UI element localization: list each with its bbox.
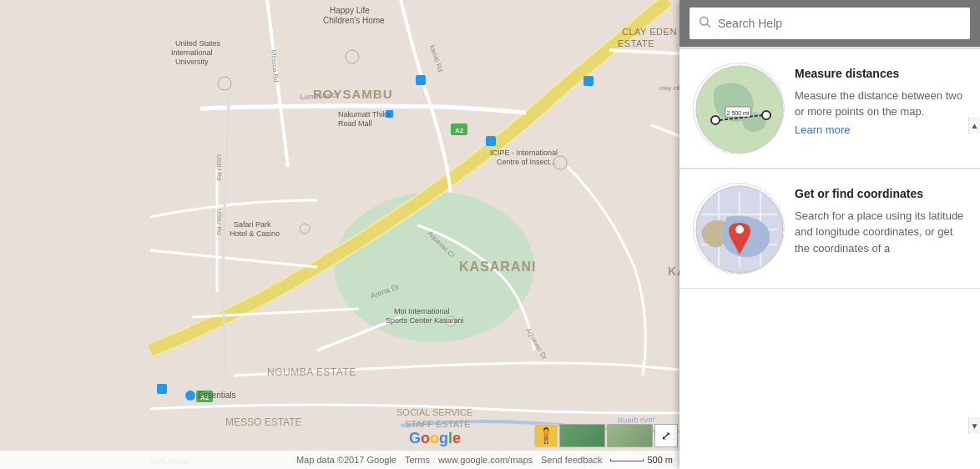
measure-distances-desc: Measure the distance between two or more… <box>795 88 967 120</box>
svg-point-27 <box>218 77 231 90</box>
help-content[interactable]: 2 500 mi Measure distances Measure the d… <box>679 49 980 469</box>
svg-rect-10 <box>157 384 167 394</box>
scroll-up-arrow[interactable]: ▲ <box>968 117 980 134</box>
svg-point-55 <box>700 18 708 25</box>
search-input[interactable] <box>718 17 962 30</box>
svg-text:Centre of Insect...: Centre of Insect... <box>497 158 556 166</box>
svg-text:ESTATE: ESTATE <box>618 38 654 48</box>
svg-text:Hotel & Casino: Hotel & Casino <box>230 229 280 238</box>
svg-text:Safari Park: Safari Park <box>234 220 271 229</box>
expand-map-button[interactable]: ⤢ <box>654 424 678 447</box>
terms-link[interactable]: Terms <box>405 455 430 465</box>
svg-text:United States: United States <box>175 39 221 48</box>
svg-rect-6 <box>416 75 426 85</box>
svg-point-34 <box>300 224 310 234</box>
search-icon <box>698 15 711 32</box>
svg-point-63 <box>762 111 770 119</box>
svg-point-72 <box>735 225 744 234</box>
svg-text:MESSO ESTATE: MESSO ESTATE <box>225 416 302 428</box>
svg-text:Happy Life: Happy Life <box>330 6 370 15</box>
svg-text:ICIPE - International: ICIPE - International <box>490 149 558 157</box>
terrain-view-button[interactable] <box>607 424 653 447</box>
svg-line-56 <box>707 24 710 28</box>
measure-distances-image: 2 500 mi <box>693 63 785 154</box>
svg-rect-7 <box>486 136 496 146</box>
measure-distances-text: Measure distances Measure the distance b… <box>795 63 967 136</box>
map-data-label: Map data ©2017 Google <box>296 455 397 465</box>
svg-point-21 <box>346 50 359 63</box>
svg-text:International: International <box>171 48 213 57</box>
pegman-icon[interactable]: 🧍 <box>534 424 558 447</box>
coordinates-title: Get or find coordinates <box>795 186 967 203</box>
svg-text:2 500 mi: 2 500 mi <box>727 110 750 116</box>
svg-text:STAFF ESTATE: STAFF ESTATE <box>405 419 470 429</box>
svg-text:Children's Home: Children's Home <box>323 16 385 25</box>
svg-text:A2: A2 <box>455 127 464 134</box>
svg-text:NGUMBA ESTATE: NGUMBA ESTATE <box>267 366 356 378</box>
search-container[interactable] <box>690 8 970 39</box>
svg-text:CLAY EDEN: CLAY EDEN <box>622 27 677 37</box>
svg-text:SOCIAL SERVICE: SOCIAL SERVICE <box>397 407 472 417</box>
svg-text:Road Mall: Road Mall <box>338 119 372 128</box>
svg-text:Nakumatt Thika: Nakumatt Thika <box>338 110 391 119</box>
satellite-view-button[interactable] <box>559 424 605 447</box>
help-item-coordinates: Get or find coordinates Search for a pla… <box>679 169 980 289</box>
svg-text:USIU Rd: USIU Rd <box>215 154 223 181</box>
website-link[interactable]: www.google.com/maps <box>438 455 533 465</box>
svg-text:University: University <box>175 58 209 66</box>
measure-distances-title: Measure distances <box>795 66 967 83</box>
svg-rect-40 <box>185 391 195 401</box>
scale-label: 500 m <box>647 455 673 465</box>
bottom-bar: Map data ©2017 Google Terms www.google.c… <box>0 451 679 469</box>
map-bottom-icons: 🧍 ⤢ <box>534 424 678 447</box>
google-logo: Google <box>409 430 461 447</box>
coordinates-text: Get or find coordinates Search for a pla… <box>795 183 967 256</box>
svg-point-59 <box>711 116 720 124</box>
svg-text:Moi International: Moi International <box>394 307 450 315</box>
learn-more-link[interactable]: Learn more <box>795 124 967 136</box>
svg-rect-8 <box>583 76 594 86</box>
help-panel: 2 500 mi Measure distances Measure the d… <box>679 0 980 469</box>
scale-bar: 500 m <box>610 455 673 465</box>
coordinates-image <box>693 183 785 275</box>
scroll-down-arrow[interactable]: ▼ <box>968 417 980 434</box>
svg-text:USIU Rd: USIU Rd <box>215 209 223 235</box>
help-header <box>679 0 980 47</box>
svg-text:Sports Center Kasarani: Sports Center Kasarani <box>386 316 464 325</box>
feedback-link[interactable]: Send feedback <box>541 455 602 465</box>
help-item-measure: 2 500 mi Measure distances Measure the d… <box>679 49 980 169</box>
svg-text:KASARANI: KASARANI <box>459 260 536 274</box>
coordinates-desc: Search for a place using its latitude an… <box>795 208 967 257</box>
svg-text:Essentials: Essentials <box>198 391 236 400</box>
